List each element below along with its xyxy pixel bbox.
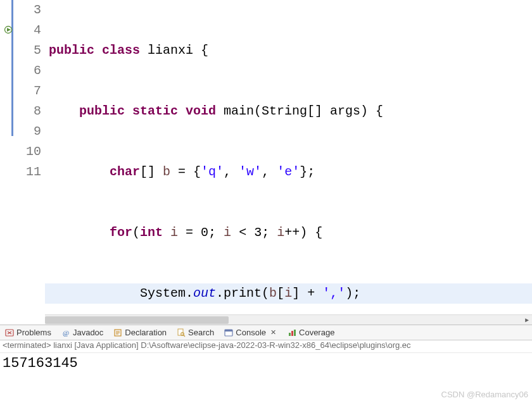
annotation-ruler	[0, 0, 13, 325]
line-number: 6	[13, 61, 41, 81]
view-tabs: Problems @ Javadoc Declaration Search Co…	[0, 325, 532, 340]
tab-label: Problems	[16, 328, 51, 337]
declaration-icon	[113, 328, 122, 337]
line-number: 11	[13, 162, 41, 182]
watermark: CSDN @Redamancy06	[441, 390, 528, 399]
line-number: 8	[13, 101, 41, 121]
code-line[interactable]: char[] b = {'q', 'w', 'e'};	[45, 162, 532, 182]
tab-label: Console	[236, 328, 266, 337]
scroll-right-icon[interactable]: ►	[522, 315, 532, 325]
horizontal-scrollbar[interactable]: ◄ ►	[45, 314, 532, 325]
svg-rect-11	[291, 331, 293, 336]
code-line[interactable]: public static void main(String[] args) {	[45, 101, 532, 121]
code-area[interactable]: public class lianxi { public static void…	[45, 0, 532, 325]
line-number: 4	[13, 20, 41, 40]
svg-rect-10	[289, 333, 291, 336]
coverage-icon	[288, 328, 296, 337]
line-number-gutter: 3 4 5 6 7 8 9 10 11	[13, 0, 45, 325]
console-icon	[224, 328, 233, 337]
svg-text:@: @	[63, 329, 69, 337]
tab-search[interactable]: Search	[175, 326, 215, 338]
line-number: 9	[13, 121, 41, 142]
tab-declaration[interactable]: Declaration	[112, 326, 168, 338]
line-number: 7	[13, 81, 41, 101]
console-status: <terminated> lianxi [Java Application] D…	[0, 340, 532, 353]
tab-coverage[interactable]: Coverage	[286, 326, 336, 338]
tab-label: Search	[188, 328, 214, 337]
line-number: 3	[13, 0, 41, 20]
line-number: 5	[13, 40, 41, 61]
svg-rect-12	[294, 330, 296, 336]
scrollbar-thumb[interactable]	[45, 316, 229, 324]
code-line[interactable]: for(int i = 0; i < 3; i++) {	[45, 223, 532, 243]
code-editor[interactable]: 3 4 5 6 7 8 9 10 11 public class lianxi …	[0, 0, 532, 325]
tab-label: Javadoc	[73, 328, 103, 337]
svg-rect-9	[225, 330, 232, 332]
problems-icon	[5, 328, 14, 337]
run-marker-icon	[4, 25, 13, 34]
tab-javadoc[interactable]: @ Javadoc	[60, 326, 104, 338]
code-line[interactable]: System.out.print(b[i] + ',');	[45, 283, 532, 304]
svg-line-7	[184, 335, 185, 336]
tab-label: Coverage	[299, 328, 334, 337]
tab-problems[interactable]: Problems	[4, 326, 53, 338]
console-output[interactable]: 157163145	[0, 353, 532, 375]
svg-rect-5	[178, 329, 183, 335]
tab-console[interactable]: Console ✕	[223, 326, 279, 338]
javadoc-icon: @	[61, 328, 70, 337]
search-icon	[177, 328, 186, 337]
line-number: 10	[13, 142, 41, 162]
close-icon[interactable]: ✕	[269, 328, 277, 337]
code-line[interactable]: public class lianxi {	[45, 40, 532, 61]
tab-label: Declaration	[125, 328, 167, 337]
bracket-match: (	[262, 286, 269, 301]
